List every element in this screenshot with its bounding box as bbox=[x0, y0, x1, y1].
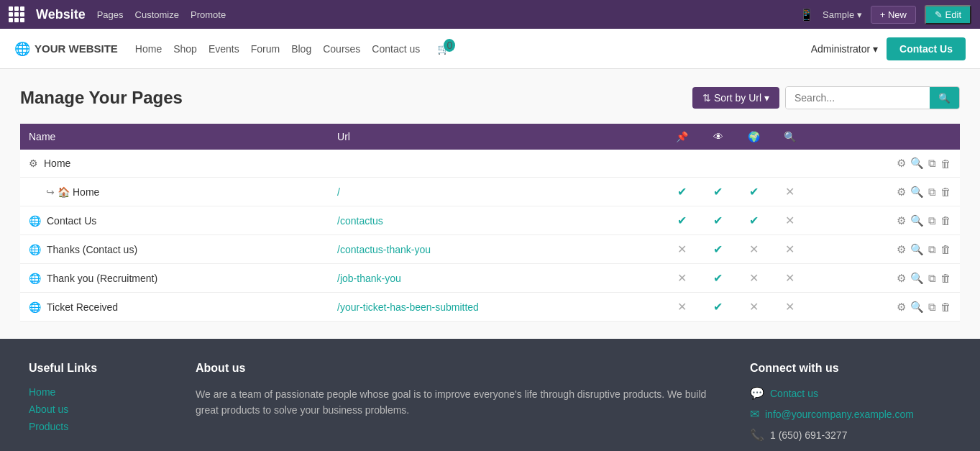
footer-link-about[interactable]: About us bbox=[29, 404, 173, 415]
footer-link-products[interactable]: Products bbox=[29, 421, 173, 432]
copy-icon[interactable]: ⧉ bbox=[928, 243, 936, 256]
search-icon[interactable]: 🔍 bbox=[910, 272, 924, 285]
cart-icon[interactable]: 🛒0 bbox=[437, 43, 449, 55]
website-logo: 🌐 YOUR WEBSITE bbox=[14, 41, 118, 57]
about-title: About us bbox=[196, 362, 727, 375]
footer-connect: Connect with us 💬 Contact us ✉ info@your… bbox=[750, 362, 951, 449]
main-header-right: ⇅ Sort by Url ▾ 🔍 bbox=[692, 86, 960, 109]
delete-icon[interactable]: 🗑 bbox=[940, 186, 951, 198]
delete-icon[interactable]: 🗑 bbox=[940, 301, 951, 313]
row-name-text: Ticket Received bbox=[47, 301, 118, 313]
copy-icon[interactable]: ⧉ bbox=[928, 301, 936, 314]
copy-icon[interactable]: ⧉ bbox=[928, 214, 936, 227]
col-name: Name bbox=[20, 124, 329, 150]
copy-icon[interactable]: ⧉ bbox=[928, 186, 936, 199]
sample-dropdown[interactable]: Sample ▾ bbox=[823, 9, 862, 20]
website-name: YOUR WEBSITE bbox=[35, 42, 118, 55]
row-name: 🌐 Thank you (Recruitment) bbox=[20, 264, 329, 293]
admin-dropdown[interactable]: Administrator ▾ bbox=[811, 43, 878, 55]
new-button[interactable]: + New bbox=[871, 6, 916, 24]
row-visible: ✔ bbox=[700, 178, 736, 206]
search-bar: 🔍 bbox=[785, 86, 960, 109]
main-header: Manage Your Pages ⇅ Sort by Url ▾ 🔍 bbox=[20, 86, 960, 109]
row-name-text: Home bbox=[44, 158, 70, 169]
cross-icon: ✕ bbox=[785, 272, 794, 284]
connect-email-link[interactable]: info@yourcompany.example.com bbox=[765, 409, 914, 420]
nav-home[interactable]: Home bbox=[135, 43, 162, 55]
sort-button[interactable]: ⇅ Sort by Url ▾ bbox=[692, 87, 779, 109]
row-actions: ⚙ 🔍 ⧉ 🗑 bbox=[808, 150, 960, 178]
nav-shop[interactable]: Shop bbox=[173, 43, 197, 55]
admin-bar-right: 📱 Sample ▾ + New ✎ Edit bbox=[800, 5, 971, 24]
nav-courses[interactable]: Courses bbox=[323, 43, 360, 55]
copy-icon[interactable]: ⧉ bbox=[928, 272, 936, 285]
search-button[interactable]: 🔍 bbox=[930, 87, 959, 109]
check-icon: ✔ bbox=[713, 272, 723, 284]
globe-icon: 🌐 bbox=[29, 301, 41, 313]
search-icon[interactable]: 🔍 bbox=[910, 214, 924, 227]
grid-icon[interactable] bbox=[9, 6, 24, 22]
col-pin: 📌 bbox=[664, 124, 700, 150]
row-name: 🌐 Thanks (Contact us) bbox=[20, 235, 329, 264]
row-name: 🌐 Ticket Received bbox=[20, 293, 329, 322]
nav-promote[interactable]: Promote bbox=[191, 9, 226, 20]
row-url: /contactus bbox=[329, 206, 664, 235]
table-row: 🌐 Thanks (Contact us) /contactus-thank-y… bbox=[20, 235, 960, 264]
row-searchable: ✕ bbox=[772, 264, 808, 293]
row-visible bbox=[700, 150, 736, 178]
phone-icon: 📞 bbox=[750, 428, 764, 442]
delete-icon[interactable]: 🗑 bbox=[940, 243, 951, 255]
connect-phone: 📞 1 (650) 691-3277 bbox=[750, 428, 951, 442]
nav-blog[interactable]: Blog bbox=[291, 43, 311, 55]
col-url: Url bbox=[329, 124, 664, 150]
search-icon[interactable]: 🔍 bbox=[910, 186, 924, 199]
cross-icon: ✕ bbox=[785, 186, 794, 198]
nav-forum[interactable]: Forum bbox=[251, 43, 280, 55]
col-searchable: 🔍 bbox=[772, 124, 808, 150]
edit-button[interactable]: ✎ Edit bbox=[925, 5, 971, 24]
nav-events[interactable]: Events bbox=[209, 43, 239, 55]
row-published: ✕ bbox=[736, 235, 772, 264]
search-icon[interactable]: 🔍 bbox=[910, 243, 924, 256]
nav-contact-us[interactable]: Contact us bbox=[372, 43, 420, 55]
website-nav: 🌐 YOUR WEBSITE Home Shop Events Forum Bl… bbox=[0, 29, 980, 69]
settings-icon[interactable]: ⚙ bbox=[897, 301, 906, 314]
row-pin: ✔ bbox=[664, 206, 700, 235]
footer-link-home[interactable]: Home bbox=[29, 386, 173, 398]
delete-icon[interactable]: 🗑 bbox=[940, 158, 951, 170]
row-actions: ⚙ 🔍 ⧉ 🗑 bbox=[808, 293, 960, 322]
settings-icon[interactable]: ⚙ bbox=[897, 214, 906, 227]
connect-contact-link[interactable]: Contact us bbox=[770, 388, 818, 399]
search-icon[interactable]: 🔍 bbox=[910, 301, 924, 314]
copy-icon[interactable]: ⧉ bbox=[928, 157, 936, 170]
row-name-text: Thanks (Contact us) bbox=[47, 244, 137, 255]
settings-icon[interactable]: ⚙ bbox=[897, 157, 906, 170]
row-pin: ✔ bbox=[664, 178, 700, 206]
connect-email: ✉ info@yourcompany.example.com bbox=[750, 407, 951, 421]
cross-icon: ✕ bbox=[785, 214, 794, 227]
cross-icon: ✕ bbox=[749, 272, 759, 284]
check-icon: ✔ bbox=[749, 214, 759, 227]
row-visible: ✔ bbox=[700, 293, 736, 322]
globe-icon: 🌐 bbox=[14, 41, 30, 57]
contact-us-nav-button[interactable]: Contact Us bbox=[887, 37, 966, 60]
nav-pages[interactable]: Pages bbox=[97, 9, 124, 20]
search-icon[interactable]: 🔍 bbox=[910, 157, 924, 170]
cross-icon: ✕ bbox=[785, 301, 794, 313]
settings-icon[interactable]: ⚙ bbox=[897, 272, 906, 285]
device-icon[interactable]: 📱 bbox=[800, 8, 814, 22]
row-searchable bbox=[772, 150, 808, 178]
pages-table: Name Url 📌 👁 🌍 🔍 ⚙ Home bbox=[20, 124, 960, 322]
settings-icon[interactable]: ⚙ bbox=[897, 186, 906, 199]
row-name: ⚙ Home bbox=[20, 150, 329, 178]
search-input[interactable] bbox=[786, 87, 930, 109]
table-row: 🌐 Ticket Received /your-ticket-has-been-… bbox=[20, 293, 960, 322]
delete-icon[interactable]: 🗑 bbox=[940, 214, 951, 227]
check-icon: ✔ bbox=[749, 186, 759, 198]
footer-useful-links: Useful Links Home About us Products bbox=[29, 362, 173, 449]
settings-icon[interactable]: ⚙ bbox=[897, 243, 906, 256]
delete-icon[interactable]: 🗑 bbox=[940, 272, 951, 284]
row-published: ✔ bbox=[736, 178, 772, 206]
row-actions: ⚙ 🔍 ⧉ 🗑 bbox=[808, 264, 960, 293]
nav-customize[interactable]: Customize bbox=[135, 9, 179, 20]
